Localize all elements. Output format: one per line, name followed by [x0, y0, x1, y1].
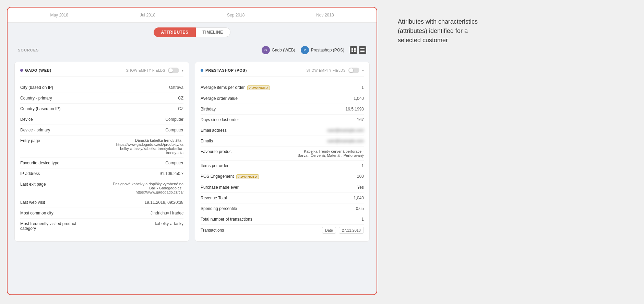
source-gado-chip[interactable]: G Gado (WEB) — [262, 46, 295, 54]
list-item: Spending percentile 0.65 — [201, 203, 364, 214]
advanced-badge: ADVANCED — [247, 85, 270, 90]
svg-rect-0 — [351, 48, 353, 50]
gado-toggle[interactable] — [168, 68, 179, 73]
list-item: Email address user@example.com — [201, 125, 364, 136]
list-item: Birthday 16.5.1993 — [201, 104, 364, 115]
tab-timeline[interactable]: TIMELINE — [196, 27, 230, 37]
gado-dot — [20, 69, 23, 72]
prestashop-panel-title: PRESTASHOP (POS) — [201, 68, 247, 72]
list-item: Country - primary CZ — [20, 93, 183, 104]
list-item: Purchase made ever Yes — [201, 182, 364, 193]
svg-rect-4 — [360, 48, 365, 49]
gado-label: Gado (WEB) — [272, 48, 295, 52]
tab-attributes[interactable]: ATTRIBUTES — [154, 27, 195, 37]
svg-rect-5 — [360, 50, 365, 50]
list-item: Favourite product Kabelka Trendy červená… — [201, 147, 364, 161]
list-item: Favourite device type Computer — [20, 158, 183, 168]
list-item: IP address 91.106.250.x — [20, 168, 183, 179]
gado-panel-header: GADO (WEB) SHOW EMPTY FIELDS ▾ — [20, 68, 183, 77]
gado-chevron-icon[interactable]: ▾ — [182, 69, 183, 72]
svg-rect-6 — [360, 51, 365, 52]
prestashop-avatar: P — [301, 46, 309, 54]
advanced-badge: ADVANCED — [236, 174, 259, 179]
list-item: Emails user@example.com — [201, 136, 364, 147]
app-window: May 2018 Jul 2018 Sep 2018 Nov 2018 ATTR… — [7, 7, 377, 295]
transaction-date-label: Date — [322, 227, 336, 234]
prestashop-label: Prestashop (POS) — [311, 48, 344, 52]
svg-rect-3 — [354, 50, 356, 52]
sources-label: SOURCES — [18, 48, 39, 52]
prestashop-toggle[interactable] — [348, 68, 359, 73]
sources-right: G Gado (WEB) P Prestashop (POS) — [262, 46, 366, 54]
list-item: Most frequently visited product category… — [20, 219, 183, 234]
list-item: Country (based on IP) CZ — [20, 104, 183, 114]
list-item: Items per order 1 — [201, 161, 364, 171]
list-item: Days since last order 167 — [201, 115, 364, 125]
list-item: Average order value 1,040 — [201, 93, 364, 104]
side-description: Attributes with characteristics (attribu… — [391, 7, 494, 295]
main-container: May 2018 Jul 2018 Sep 2018 Nov 2018 ATTR… — [7, 7, 637, 295]
prestashop-attributes-list: Average items per order ADVANCED 1 Avera… — [201, 82, 364, 236]
svg-rect-1 — [354, 48, 356, 50]
timeline-label-3: Sep 2018 — [227, 13, 245, 17]
sources-bar: SOURCES G Gado (WEB) P Prestashop (POS) — [8, 42, 377, 58]
svg-rect-2 — [351, 50, 353, 52]
prestashop-panel-header: PRESTASHOP (POS) SHOW EMPTY FIELDS ▾ — [201, 68, 364, 77]
prestashop-panel-controls: SHOW EMPTY FIELDS ▾ — [307, 68, 364, 73]
list-item: POS Engagement ADVANCED 100 — [201, 171, 364, 182]
grid-view-icon[interactable] — [350, 46, 357, 54]
list-item: City (based on IP) Ostrava — [20, 82, 183, 93]
gado-attributes-list: City (based on IP) Ostrava Country - pri… — [20, 82, 183, 234]
list-item: Last web visit 19.11.2018, 09:20:38 — [20, 197, 183, 208]
list-item: Most common city Jindrichuv Hradec — [20, 208, 183, 219]
view-icons — [350, 46, 366, 54]
prestashop-dot — [201, 69, 203, 72]
list-item: Transactions Date 27.11.2018 — [201, 225, 364, 236]
gado-panel-controls: SHOW EMPTY FIELDS ▾ — [126, 68, 183, 73]
list-item: Device - primary Computer — [20, 125, 183, 136]
timeline-label-2: Jul 2018 — [140, 13, 155, 17]
list-item: Average items per order ADVANCED 1 — [201, 82, 364, 93]
gado-panel: GADO (WEB) SHOW EMPTY FIELDS ▾ City (bas… — [14, 62, 189, 242]
list-item: Revenue Total 1,040 — [201, 193, 364, 203]
timeline-label-4: Nov 2018 — [316, 13, 334, 17]
list-view-icon[interactable] — [359, 46, 366, 54]
source-prestashop-chip[interactable]: P Prestashop (POS) — [301, 46, 344, 54]
gado-panel-title: GADO (WEB) — [20, 68, 51, 72]
timeline-label-1: May 2018 — [50, 13, 68, 17]
panels-row: GADO (WEB) SHOW EMPTY FIELDS ▾ City (bas… — [8, 58, 377, 248]
list-item: Total number of transactions 1 — [201, 214, 364, 225]
tab-row: ATTRIBUTES TIMELINE — [8, 23, 377, 42]
transaction-date-value: 27.11.2018 — [339, 227, 364, 234]
timeline-bar: May 2018 Jul 2018 Sep 2018 Nov 2018 — [8, 8, 377, 23]
list-item: Device Computer — [20, 114, 183, 125]
gado-avatar: G — [262, 46, 270, 54]
list-item: Last exit page Designové kabelky a doplň… — [20, 179, 183, 197]
list-item: Entry page Dámská kabelka trendy žltá ;h… — [20, 136, 183, 158]
prestashop-panel: PRESTASHOP (POS) SHOW EMPTY FIELDS ▾ Ave… — [195, 62, 370, 242]
prestashop-chevron-icon[interactable]: ▾ — [362, 69, 364, 72]
